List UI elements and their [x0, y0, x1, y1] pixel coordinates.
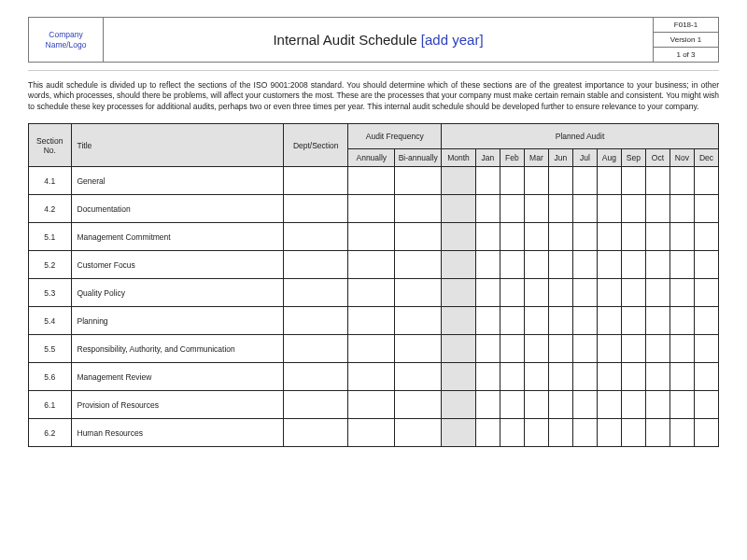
planned-month-cell[interactable] [524, 419, 548, 447]
planned-month-cell[interactable] [694, 167, 718, 195]
bi-annually-cell[interactable] [395, 251, 442, 279]
planned-month-cell[interactable] [645, 167, 669, 195]
planned-month-cell[interactable] [548, 223, 572, 251]
planned-month-cell[interactable] [645, 335, 669, 363]
planned-month-cell[interactable] [645, 419, 669, 447]
bi-annually-cell[interactable] [395, 419, 442, 447]
dept-cell[interactable] [284, 223, 348, 251]
planned-month-cell[interactable] [500, 335, 524, 363]
planned-month-cell[interactable] [597, 391, 621, 419]
planned-month-cell[interactable] [621, 391, 645, 419]
planned-month-cell[interactable] [645, 195, 669, 223]
planned-month-cell[interactable] [524, 167, 548, 195]
planned-month-cell[interactable] [621, 223, 645, 251]
planned-month-cell[interactable] [694, 223, 718, 251]
planned-month-cell[interactable] [621, 195, 645, 223]
planned-month-cell[interactable] [475, 223, 500, 251]
planned-month-cell[interactable] [645, 363, 669, 391]
planned-month-cell[interactable] [475, 419, 500, 447]
annually-cell[interactable] [348, 419, 395, 447]
planned-month-cell[interactable] [475, 391, 500, 419]
planned-month-cell[interactable] [669, 307, 694, 335]
month-cell[interactable] [442, 419, 476, 447]
annually-cell[interactable] [348, 363, 395, 391]
planned-month-cell[interactable] [572, 251, 597, 279]
planned-month-cell[interactable] [475, 167, 500, 195]
planned-month-cell[interactable] [524, 279, 548, 307]
planned-month-cell[interactable] [645, 251, 669, 279]
planned-month-cell[interactable] [645, 279, 669, 307]
planned-month-cell[interactable] [500, 307, 524, 335]
planned-month-cell[interactable] [475, 279, 500, 307]
planned-month-cell[interactable] [524, 335, 548, 363]
planned-month-cell[interactable] [524, 307, 548, 335]
planned-month-cell[interactable] [621, 419, 645, 447]
planned-month-cell[interactable] [621, 251, 645, 279]
planned-month-cell[interactable] [694, 251, 718, 279]
planned-month-cell[interactable] [548, 363, 572, 391]
planned-month-cell[interactable] [475, 363, 500, 391]
month-cell[interactable] [442, 223, 476, 251]
planned-month-cell[interactable] [500, 251, 524, 279]
bi-annually-cell[interactable] [395, 279, 442, 307]
planned-month-cell[interactable] [694, 391, 718, 419]
planned-month-cell[interactable] [694, 195, 718, 223]
annually-cell[interactable] [348, 391, 395, 419]
bi-annually-cell[interactable] [395, 363, 442, 391]
planned-month-cell[interactable] [524, 391, 548, 419]
bi-annually-cell[interactable] [395, 195, 442, 223]
planned-month-cell[interactable] [621, 167, 645, 195]
planned-month-cell[interactable] [500, 363, 524, 391]
planned-month-cell[interactable] [500, 419, 524, 447]
planned-month-cell[interactable] [645, 223, 669, 251]
annually-cell[interactable] [348, 335, 395, 363]
planned-month-cell[interactable] [524, 195, 548, 223]
planned-month-cell[interactable] [572, 223, 597, 251]
planned-month-cell[interactable] [548, 195, 572, 223]
planned-month-cell[interactable] [548, 391, 572, 419]
planned-month-cell[interactable] [669, 223, 694, 251]
annually-cell[interactable] [348, 307, 395, 335]
dept-cell[interactable] [284, 279, 348, 307]
planned-month-cell[interactable] [524, 251, 548, 279]
planned-month-cell[interactable] [669, 279, 694, 307]
dept-cell[interactable] [284, 167, 348, 195]
dept-cell[interactable] [284, 195, 348, 223]
annually-cell[interactable] [348, 195, 395, 223]
planned-month-cell[interactable] [500, 223, 524, 251]
planned-month-cell[interactable] [475, 195, 500, 223]
planned-month-cell[interactable] [548, 279, 572, 307]
planned-month-cell[interactable] [669, 195, 694, 223]
planned-month-cell[interactable] [669, 391, 694, 419]
planned-month-cell[interactable] [572, 167, 597, 195]
planned-month-cell[interactable] [500, 391, 524, 419]
planned-month-cell[interactable] [621, 363, 645, 391]
planned-month-cell[interactable] [572, 419, 597, 447]
planned-month-cell[interactable] [694, 335, 718, 363]
planned-month-cell[interactable] [694, 363, 718, 391]
planned-month-cell[interactable] [597, 223, 621, 251]
planned-month-cell[interactable] [475, 251, 500, 279]
month-cell[interactable] [442, 195, 476, 223]
planned-month-cell[interactable] [597, 167, 621, 195]
planned-month-cell[interactable] [669, 251, 694, 279]
planned-month-cell[interactable] [694, 307, 718, 335]
annually-cell[interactable] [348, 279, 395, 307]
dept-cell[interactable] [284, 251, 348, 279]
dept-cell[interactable] [284, 307, 348, 335]
planned-month-cell[interactable] [475, 335, 500, 363]
planned-month-cell[interactable] [597, 195, 621, 223]
annually-cell[interactable] [348, 251, 395, 279]
planned-month-cell[interactable] [572, 363, 597, 391]
planned-month-cell[interactable] [621, 307, 645, 335]
planned-month-cell[interactable] [597, 419, 621, 447]
dept-cell[interactable] [284, 363, 348, 391]
month-cell[interactable] [442, 167, 476, 195]
bi-annually-cell[interactable] [395, 307, 442, 335]
month-cell[interactable] [442, 335, 476, 363]
dept-cell[interactable] [284, 391, 348, 419]
planned-month-cell[interactable] [597, 279, 621, 307]
planned-month-cell[interactable] [524, 223, 548, 251]
planned-month-cell[interactable] [572, 195, 597, 223]
planned-month-cell[interactable] [597, 335, 621, 363]
